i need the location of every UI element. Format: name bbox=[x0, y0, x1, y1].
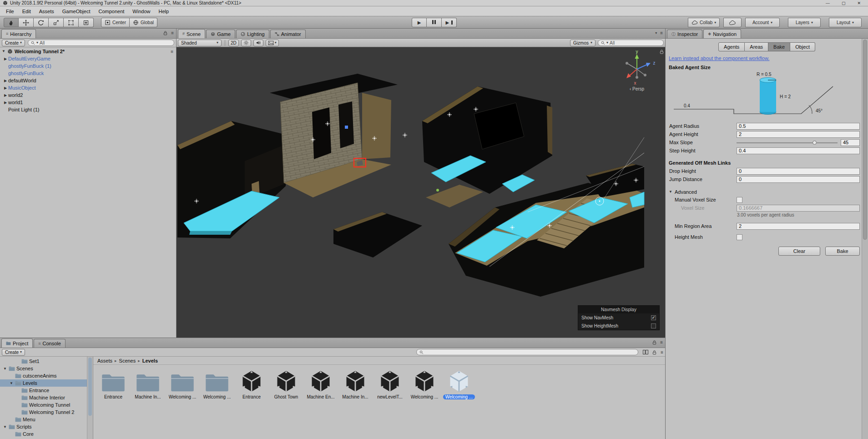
hierarchy-item[interactable]: ▶world1 bbox=[0, 99, 176, 106]
tree-item[interactable]: Welcoming Tunnel bbox=[0, 401, 93, 409]
inspector-scrollbar[interactable] bbox=[862, 39, 868, 439]
asset-scene-selected[interactable]: Welcoming ... bbox=[444, 369, 474, 399]
hierarchy-item[interactable]: ▶DefaultEveryGame bbox=[0, 55, 176, 62]
breadcrumb-levels[interactable]: Levels bbox=[142, 358, 158, 363]
show-navmesh-checkbox[interactable]: ✓ bbox=[651, 315, 656, 320]
tree-item[interactable]: Machine Interior bbox=[0, 394, 93, 401]
2d-toggle-button[interactable]: 2D bbox=[228, 40, 239, 46]
gizmos-dropdown[interactable]: Gizmos ▾ bbox=[570, 40, 595, 46]
projection-toggle[interactable]: ‹ Persp bbox=[615, 86, 659, 91]
height-mesh-checkbox[interactable] bbox=[737, 234, 742, 240]
tree-item[interactable]: Entrance bbox=[0, 387, 93, 394]
nav-tab-object[interactable]: Object bbox=[790, 42, 815, 51]
foldout-closed-icon[interactable]: ▶ bbox=[3, 57, 8, 61]
scene-viewport[interactable]: y x z ‹ Persp Navmesh Di bbox=[177, 47, 665, 338]
rect-tool-button[interactable] bbox=[64, 18, 79, 27]
space-toggle-button[interactable]: Global bbox=[130, 18, 157, 27]
foldout-open-icon[interactable]: ▼ bbox=[3, 425, 7, 429]
tree-item[interactable]: ▼Scripts bbox=[0, 423, 93, 430]
scene-effects-dropdown[interactable]: ▾ bbox=[266, 40, 279, 46]
nav-tab-agents[interactable]: Agents bbox=[718, 42, 745, 51]
tree-item-selected[interactable]: ▼Levels bbox=[0, 379, 93, 387]
project-search-input[interactable] bbox=[416, 349, 638, 355]
tree-item[interactable]: cutsceneAnims bbox=[0, 372, 93, 379]
scene-menu-icon[interactable]: ≡ bbox=[171, 49, 173, 54]
panel-menu-icon[interactable]: ≡ bbox=[171, 30, 174, 35]
account-dropdown[interactable]: Account ▾ bbox=[745, 18, 780, 27]
hierarchy-item[interactable]: Point Light (1) bbox=[0, 106, 176, 113]
play-button[interactable]: ▶ bbox=[412, 18, 427, 27]
dropdown-icon[interactable]: ▾ bbox=[655, 31, 657, 35]
bake-button[interactable]: Bake bbox=[825, 247, 860, 256]
asset-scene[interactable]: Machine In... bbox=[341, 369, 370, 399]
hierarchy-search-input[interactable]: ▾ All bbox=[28, 40, 174, 46]
draw-mode-dropdown[interactable]: Shaded ▾ bbox=[178, 40, 222, 46]
menu-component[interactable]: Component bbox=[94, 7, 128, 15]
minimize-button[interactable]: — bbox=[826, 1, 830, 5]
pivot-toggle-button[interactable]: Center bbox=[101, 18, 130, 27]
hierarchy-scene-row[interactable]: ▼ Welcoming Tunnel 2* ≡ bbox=[0, 48, 176, 55]
scene-search-input[interactable]: ▾ All bbox=[598, 40, 664, 46]
voxel-size-field[interactable] bbox=[737, 205, 860, 212]
clear-button[interactable]: Clear bbox=[778, 247, 820, 256]
hierarchy-item[interactable]: ▶defaultWorld bbox=[0, 77, 176, 84]
scene-orientation-gizmo[interactable]: y x z ‹ Persp bbox=[615, 50, 659, 91]
menu-window[interactable]: Window bbox=[128, 7, 154, 15]
layers-dropdown[interactable]: Layers ▾ bbox=[788, 18, 821, 27]
menu-help[interactable]: Help bbox=[154, 7, 173, 15]
panel-menu-icon[interactable]: ≡ bbox=[660, 340, 663, 345]
nav-tab-bake[interactable]: Bake bbox=[768, 42, 790, 51]
tab-lighting[interactable]: Lighting bbox=[236, 30, 269, 38]
step-height-field[interactable] bbox=[737, 147, 860, 154]
scene-audio-toggle[interactable] bbox=[253, 40, 263, 46]
tab-animator[interactable]: Animator bbox=[270, 30, 306, 38]
project-create-button[interactable]: Create ▾ bbox=[2, 349, 25, 356]
close-button[interactable]: ✕ bbox=[857, 1, 861, 5]
menu-file[interactable]: File bbox=[2, 7, 18, 15]
z-axis[interactable] bbox=[637, 65, 647, 69]
asset-scene[interactable]: Machine En... bbox=[306, 369, 335, 399]
rotate-tool-button[interactable] bbox=[34, 18, 49, 27]
hierarchy-item[interactable]: ▶world2 bbox=[0, 91, 176, 99]
maximize-button[interactable]: ▢ bbox=[842, 1, 846, 5]
nav-tab-areas[interactable]: Areas bbox=[745, 42, 768, 51]
cloud-services-button[interactable] bbox=[723, 18, 742, 27]
two-column-layout-icon[interactable] bbox=[643, 350, 648, 354]
foldout-open-icon[interactable]: ▼ bbox=[2, 50, 5, 53]
breadcrumb-assets[interactable]: Assets bbox=[97, 358, 112, 363]
asset-scene[interactable]: newLevelT... bbox=[375, 369, 404, 399]
collab-button[interactable]: Collab ▾ bbox=[688, 18, 720, 27]
move-tool-button[interactable] bbox=[19, 18, 34, 27]
foldout-closed-icon[interactable]: ▶ bbox=[3, 86, 8, 90]
lock-icon[interactable] bbox=[652, 350, 657, 355]
scene-lighting-toggle[interactable] bbox=[241, 40, 251, 46]
min-region-field[interactable] bbox=[737, 223, 860, 230]
transform-tool-button[interactable] bbox=[79, 18, 94, 27]
show-navmesh-row[interactable]: Show NavMesh ✓ bbox=[578, 313, 659, 322]
step-button[interactable]: ▶ bbox=[442, 18, 457, 27]
tree-scrollbar[interactable] bbox=[87, 357, 93, 439]
scrollbar-thumb[interactable] bbox=[863, 40, 867, 240]
hierarchy-create-button[interactable]: Create ▾ bbox=[2, 40, 25, 46]
show-heightmesh-checkbox[interactable] bbox=[651, 323, 656, 328]
tab-inspector[interactable]: ⓘ Inspector bbox=[667, 30, 702, 38]
show-heightmesh-row[interactable]: Show HeightMesh bbox=[578, 322, 659, 330]
tab-hierarchy[interactable]: ≡ Hierarchy bbox=[1, 29, 36, 38]
tree-item[interactable]: Menu bbox=[0, 416, 93, 423]
hand-tool-button[interactable] bbox=[4, 18, 19, 27]
tab-console[interactable]: ≡ Console bbox=[34, 339, 66, 348]
hierarchy-item[interactable]: ghostlyFunBuck (1) bbox=[0, 62, 176, 70]
max-slope-field[interactable] bbox=[841, 139, 860, 146]
lock-icon[interactable] bbox=[163, 30, 168, 35]
tree-item[interactable]: Core bbox=[0, 430, 93, 438]
drop-height-field[interactable] bbox=[737, 168, 860, 175]
tab-scene[interactable]: # Scene bbox=[178, 29, 205, 38]
asset-scene[interactable]: Ghost Town bbox=[272, 369, 301, 399]
advanced-foldout[interactable]: ▼ Advanced bbox=[669, 189, 868, 195]
layout-dropdown[interactable]: Layout ▾ bbox=[829, 18, 862, 27]
breadcrumb-scenes[interactable]: Scenes bbox=[119, 358, 136, 363]
menu-gameobject[interactable]: GameObject bbox=[58, 7, 95, 15]
asset-folder[interactable]: Machine In... bbox=[133, 369, 162, 399]
tab-game[interactable]: Game bbox=[206, 30, 235, 38]
asset-scene[interactable]: Welcoming ... bbox=[410, 369, 439, 399]
